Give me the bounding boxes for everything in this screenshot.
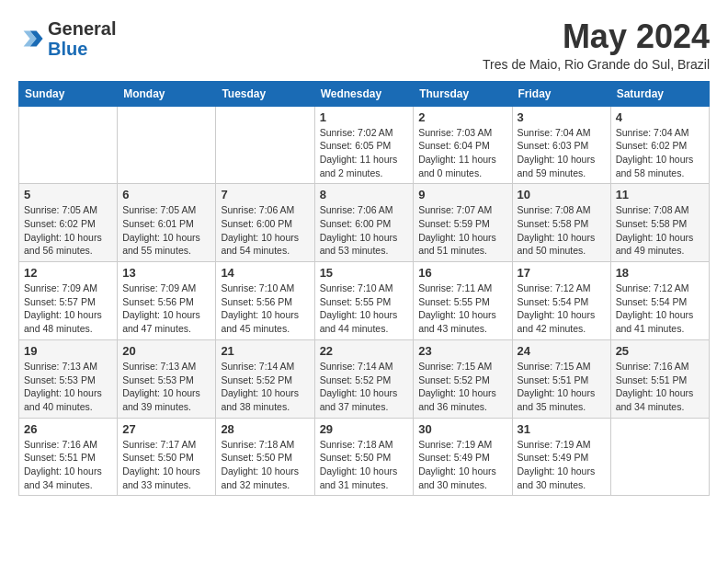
calendar-body: 1Sunrise: 7:02 AM Sunset: 6:05 PM Daylig…: [19, 106, 710, 496]
calendar-cell: 21Sunrise: 7:14 AM Sunset: 5:52 PM Dayli…: [216, 339, 314, 418]
day-header-monday: Monday: [118, 81, 216, 106]
cell-content: Sunrise: 7:12 AM Sunset: 5:54 PM Dayligh…: [616, 282, 704, 336]
calendar-cell: 9Sunrise: 7:07 AM Sunset: 5:59 PM Daylig…: [414, 184, 512, 262]
day-number: 4: [616, 110, 704, 124]
cell-content: Sunrise: 7:19 AM Sunset: 5:49 PM Dayligh…: [418, 438, 506, 492]
calendar-cell: 10Sunrise: 7:08 AM Sunset: 5:58 PM Dayli…: [512, 184, 610, 262]
cell-content: Sunrise: 7:10 AM Sunset: 5:56 PM Dayligh…: [221, 282, 309, 336]
day-number: 9: [418, 188, 506, 201]
calendar-table: SundayMondayTuesdayWednesdayThursdayFrid…: [18, 81, 710, 497]
calendar-cell: 20Sunrise: 7:13 AM Sunset: 5:53 PM Dayli…: [118, 339, 216, 418]
day-number: 7: [221, 188, 309, 201]
week-row-1: 1Sunrise: 7:02 AM Sunset: 6:05 PM Daylig…: [19, 106, 710, 184]
calendar-cell: 1Sunrise: 7:02 AM Sunset: 6:05 PM Daylig…: [314, 106, 414, 184]
calendar-cell: 22Sunrise: 7:14 AM Sunset: 5:52 PM Dayli…: [314, 339, 414, 418]
week-row-3: 12Sunrise: 7:09 AM Sunset: 5:57 PM Dayli…: [19, 262, 710, 340]
logo-icon: [18, 26, 44, 52]
logo-blue-text: Blue: [48, 39, 87, 59]
day-header-tuesday: Tuesday: [216, 81, 314, 106]
cell-content: Sunrise: 7:09 AM Sunset: 5:57 PM Dayligh…: [24, 282, 112, 336]
month-title: May 2024: [483, 18, 710, 55]
calendar-cell: 7Sunrise: 7:06 AM Sunset: 6:00 PM Daylig…: [216, 184, 314, 262]
day-number: 25: [616, 344, 704, 358]
cell-content: Sunrise: 7:16 AM Sunset: 5:51 PM Dayligh…: [24, 438, 112, 492]
cell-content: Sunrise: 7:13 AM Sunset: 5:53 PM Dayligh…: [122, 360, 210, 414]
location-text: Tres de Maio, Rio Grande do Sul, Brazil: [483, 57, 710, 72]
cell-content: Sunrise: 7:03 AM Sunset: 6:04 PM Dayligh…: [418, 126, 506, 180]
calendar-cell: 3Sunrise: 7:04 AM Sunset: 6:03 PM Daylig…: [512, 106, 610, 184]
calendar-cell: 12Sunrise: 7:09 AM Sunset: 5:57 PM Dayli…: [19, 262, 118, 340]
calendar-cell: 26Sunrise: 7:16 AM Sunset: 5:51 PM Dayli…: [19, 418, 118, 496]
calendar-cell: [19, 106, 118, 184]
cell-content: Sunrise: 7:08 AM Sunset: 5:58 PM Dayligh…: [616, 203, 704, 258]
calendar-cell: 23Sunrise: 7:15 AM Sunset: 5:52 PM Dayli…: [414, 339, 512, 418]
cell-content: Sunrise: 7:08 AM Sunset: 5:58 PM Dayligh…: [518, 203, 606, 258]
cell-content: Sunrise: 7:18 AM Sunset: 5:50 PM Dayligh…: [320, 438, 409, 492]
cell-content: Sunrise: 7:18 AM Sunset: 5:50 PM Dayligh…: [221, 438, 309, 492]
day-number: 26: [24, 422, 112, 436]
cell-content: Sunrise: 7:10 AM Sunset: 5:55 PM Dayligh…: [320, 282, 409, 336]
calendar-cell: 5Sunrise: 7:05 AM Sunset: 6:02 PM Daylig…: [19, 184, 118, 262]
calendar-cell: 18Sunrise: 7:12 AM Sunset: 5:54 PM Dayli…: [610, 262, 709, 340]
day-number: 10: [518, 188, 606, 201]
day-number: 19: [24, 344, 112, 358]
day-header-saturday: Saturday: [610, 81, 709, 106]
cell-content: Sunrise: 7:14 AM Sunset: 5:52 PM Dayligh…: [221, 360, 309, 414]
calendar-cell: 27Sunrise: 7:17 AM Sunset: 5:50 PM Dayli…: [118, 418, 216, 496]
title-block: May 2024 Tres de Maio, Rio Grande do Sul…: [483, 18, 710, 72]
day-number: 5: [24, 188, 112, 201]
day-number: 3: [518, 110, 606, 124]
cell-content: Sunrise: 7:11 AM Sunset: 5:55 PM Dayligh…: [418, 282, 506, 336]
calendar-cell: 13Sunrise: 7:09 AM Sunset: 5:56 PM Dayli…: [118, 262, 216, 340]
calendar-cell: 31Sunrise: 7:19 AM Sunset: 5:49 PM Dayli…: [512, 418, 610, 496]
calendar-cell: 29Sunrise: 7:18 AM Sunset: 5:50 PM Dayli…: [314, 418, 414, 496]
week-row-4: 19Sunrise: 7:13 AM Sunset: 5:53 PM Dayli…: [19, 339, 710, 418]
day-number: 17: [518, 266, 606, 280]
cell-content: Sunrise: 7:13 AM Sunset: 5:53 PM Dayligh…: [24, 360, 112, 414]
calendar-cell: 4Sunrise: 7:04 AM Sunset: 6:02 PM Daylig…: [610, 106, 709, 184]
day-number: 14: [221, 266, 309, 280]
calendar-cell: 2Sunrise: 7:03 AM Sunset: 6:04 PM Daylig…: [414, 106, 512, 184]
cell-content: Sunrise: 7:06 AM Sunset: 6:00 PM Dayligh…: [320, 203, 409, 258]
day-number: 27: [122, 422, 210, 436]
calendar-cell: 8Sunrise: 7:06 AM Sunset: 6:00 PM Daylig…: [314, 184, 414, 262]
day-number: 11: [616, 188, 704, 201]
calendar-cell: [118, 106, 216, 184]
day-number: 20: [122, 344, 210, 358]
day-number: 1: [320, 110, 409, 124]
day-number: 2: [418, 110, 506, 124]
cell-content: Sunrise: 7:17 AM Sunset: 5:50 PM Dayligh…: [122, 438, 210, 492]
day-number: 6: [122, 188, 210, 201]
week-row-5: 26Sunrise: 7:16 AM Sunset: 5:51 PM Dayli…: [19, 418, 710, 496]
day-number: 30: [418, 422, 506, 436]
cell-content: Sunrise: 7:05 AM Sunset: 6:01 PM Dayligh…: [122, 203, 210, 258]
day-number: 18: [616, 266, 704, 280]
calendar-cell: 19Sunrise: 7:13 AM Sunset: 5:53 PM Dayli…: [19, 339, 118, 418]
day-number: 29: [320, 422, 409, 436]
cell-content: Sunrise: 7:14 AM Sunset: 5:52 PM Dayligh…: [320, 360, 409, 414]
day-number: 24: [518, 344, 606, 358]
cell-content: Sunrise: 7:16 AM Sunset: 5:51 PM Dayligh…: [616, 360, 704, 414]
day-header-sunday: Sunday: [19, 81, 118, 106]
cell-content: Sunrise: 7:15 AM Sunset: 5:52 PM Dayligh…: [418, 360, 506, 414]
cell-content: Sunrise: 7:07 AM Sunset: 5:59 PM Dayligh…: [418, 203, 506, 258]
day-number: 13: [122, 266, 210, 280]
day-number: 23: [418, 344, 506, 358]
day-header-wednesday: Wednesday: [314, 81, 414, 106]
cell-content: Sunrise: 7:05 AM Sunset: 6:02 PM Dayligh…: [24, 203, 112, 258]
calendar-cell: 17Sunrise: 7:12 AM Sunset: 5:54 PM Dayli…: [512, 262, 610, 340]
calendar-cell: [216, 106, 314, 184]
day-number: 31: [518, 422, 606, 436]
cell-content: Sunrise: 7:19 AM Sunset: 5:49 PM Dayligh…: [518, 438, 606, 492]
cell-content: Sunrise: 7:06 AM Sunset: 6:00 PM Dayligh…: [221, 203, 309, 258]
day-number: 21: [221, 344, 309, 358]
calendar-cell: 16Sunrise: 7:11 AM Sunset: 5:55 PM Dayli…: [414, 262, 512, 340]
day-header-thursday: Thursday: [414, 81, 512, 106]
calendar-cell: 25Sunrise: 7:16 AM Sunset: 5:51 PM Dayli…: [610, 339, 709, 418]
day-number: 16: [418, 266, 506, 280]
calendar-cell: 24Sunrise: 7:15 AM Sunset: 5:51 PM Dayli…: [512, 339, 610, 418]
logo: General Blue: [18, 18, 116, 59]
page-header: General Blue May 2024 Tres de Maio, Rio …: [18, 18, 710, 72]
cell-content: Sunrise: 7:15 AM Sunset: 5:51 PM Dayligh…: [518, 360, 606, 414]
day-number: 28: [221, 422, 309, 436]
